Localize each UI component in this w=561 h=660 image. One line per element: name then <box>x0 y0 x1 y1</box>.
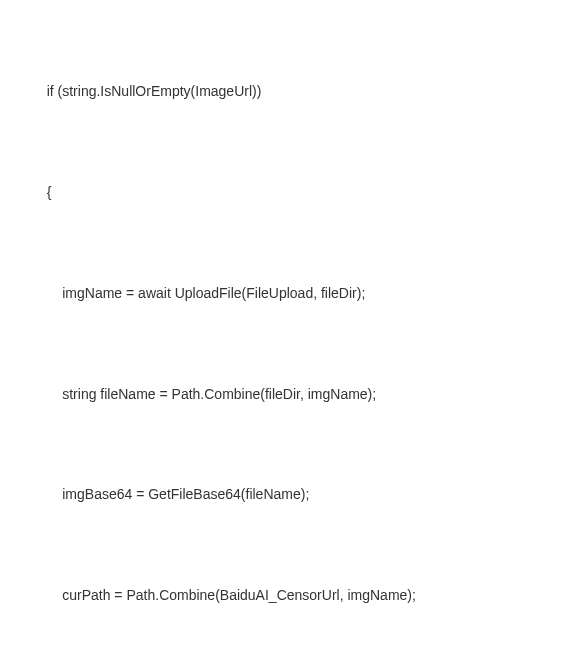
code-line: string fileName = Path.Combine(fileDir, … <box>0 378 561 412</box>
code-block: if (string.IsNullOrEmpty(ImageUrl)) { im… <box>0 8 561 660</box>
code-line: if (string.IsNullOrEmpty(ImageUrl)) <box>0 75 561 109</box>
code-line: imgBase64 = GetFileBase64(fileName); <box>0 478 561 512</box>
code-line: curPath = Path.Combine(BaiduAI_CensorUrl… <box>0 579 561 613</box>
code-line: { <box>0 176 561 210</box>
code-line: imgName = await UploadFile(FileUpload, f… <box>0 277 561 311</box>
